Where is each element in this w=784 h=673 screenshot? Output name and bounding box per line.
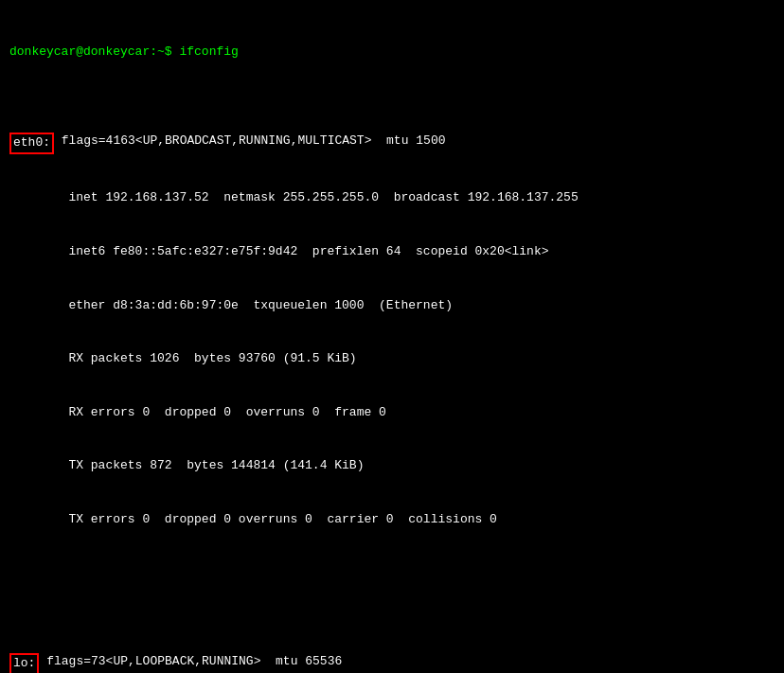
eth0-line5: RX packets 1026 bytes 93760 (91.5 KiB) <box>9 350 775 368</box>
eth0-line4: ether d8:3a:dd:6b:97:0e txqueuelen 1000 … <box>9 297 775 315</box>
lo-label: lo: <box>9 653 39 673</box>
eth0-line2: inet 192.168.137.52 netmask 255.255.255.… <box>9 189 775 207</box>
eth0-line6: RX errors 0 dropped 0 overruns 0 frame 0 <box>9 404 775 422</box>
lo-header: lo: flags=73<UP,LOOPBACK,RUNNING> mtu 65… <box>9 653 775 673</box>
eth0-line8: TX errors 0 dropped 0 overruns 0 carrier… <box>9 511 775 529</box>
eth0-line7: TX packets 872 bytes 144814 (141.4 KiB) <box>9 457 775 475</box>
eth0-header: eth0: flags=4163<UP,BROADCAST,RUNNING,MU… <box>9 133 775 154</box>
eth0-line3: inet6 fe80::5afc:e327:e75f:9d42 prefixle… <box>9 243 775 261</box>
initial-prompt: donkeycar@donkeycar:~$ ifconfig <box>9 44 775 62</box>
terminal: donkeycar@donkeycar:~$ ifconfig eth0: fl… <box>9 8 775 673</box>
eth0-label: eth0: <box>9 133 54 154</box>
